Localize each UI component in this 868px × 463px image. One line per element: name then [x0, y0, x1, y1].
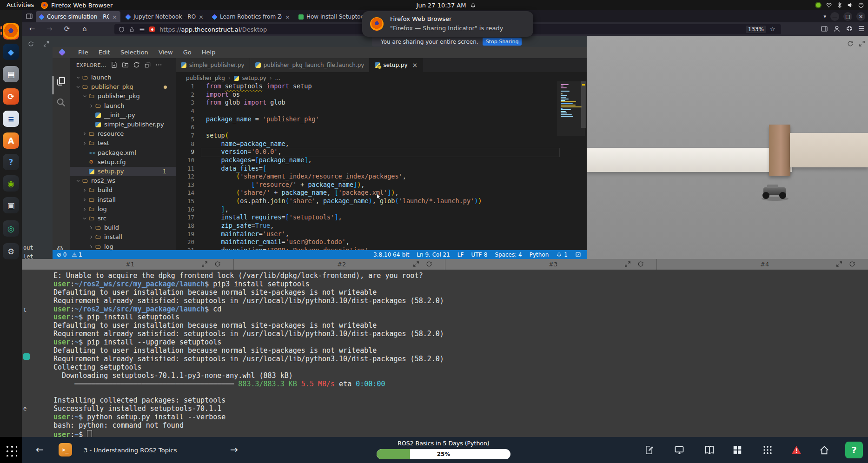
expand-icon[interactable] — [201, 261, 208, 267]
breadcrumb[interactable]: publisher_pkg›setup.py›... — [186, 73, 280, 83]
bookmark-star-icon[interactable]: ☆ — [770, 24, 776, 34]
reload-button[interactable]: ⟳ — [62, 24, 72, 33]
explorer-icon[interactable] — [56, 76, 66, 86]
sidebar-toggle-icon[interactable] — [821, 25, 828, 33]
indentation-indicator[interactable]: Spaces: 4 — [495, 251, 522, 258]
tree-item-publisher_pkg[interactable]: publisher_pkg — [70, 82, 176, 92]
pane-expand-icon[interactable] — [43, 41, 49, 47]
tree-item-setup.py[interactable]: setup.py1 — [70, 167, 176, 176]
python-version[interactable]: 3.8.10 64-bit — [373, 251, 409, 258]
search-icon[interactable] — [56, 97, 66, 107]
tree-item-build[interactable]: build — [70, 185, 176, 195]
forward-button[interactable]: → — [45, 24, 54, 33]
new-file-icon[interactable] — [111, 61, 118, 68]
desktop-icon[interactable] — [674, 445, 684, 455]
refresh-icon[interactable] — [214, 261, 221, 267]
home-icon[interactable] — [819, 445, 829, 455]
editor-scrollbar[interactable] — [581, 81, 586, 128]
terminal[interactable]: E: Unable to acquire the dpkg frontend l… — [22, 270, 868, 437]
tree-item-build[interactable]: build — [70, 223, 176, 232]
browser-tab[interactable]: Course simulation - ROS2× — [36, 11, 120, 22]
expand-icon[interactable] — [836, 261, 842, 267]
account-icon[interactable] — [833, 25, 841, 33]
browser-tab[interactable]: Learn Robotics from Zero× — [209, 11, 293, 22]
ports-indicator[interactable]: 1 — [556, 251, 568, 258]
dock-item-firefox[interactable] — [3, 23, 19, 40]
editor-tab[interactable]: setup.py× — [370, 58, 423, 72]
menu-file[interactable]: File — [73, 47, 93, 58]
breadcrumb-item[interactable]: ... — [275, 75, 280, 81]
tree-item-test[interactable]: test — [70, 139, 176, 148]
tab-close-icon[interactable]: × — [199, 13, 204, 20]
dock-item-files[interactable]: ▤ — [3, 66, 19, 82]
sim-refresh-icon[interactable] — [847, 40, 854, 47]
problems-summary[interactable]: ⊘ 0⚠ 1 — [57, 251, 82, 258]
home-button[interactable]: ⌂ — [80, 24, 89, 33]
refresh-explorer-icon[interactable] — [133, 61, 140, 68]
refresh-icon[interactable] — [637, 261, 644, 267]
tab-list-chevron-icon[interactable]: ▾ — [823, 13, 826, 20]
back-button[interactable]: ← — [27, 24, 37, 33]
expand-icon[interactable] — [624, 261, 631, 267]
terminal-tab-3[interactable]: #3 — [445, 259, 657, 270]
dock-item-libreoffice-writer[interactable]: ≡ — [3, 111, 19, 127]
breadcrumb-item[interactable]: setup.py — [242, 75, 266, 81]
dock-item-update-manager[interactable]: ⟳ — [3, 88, 19, 105]
tab-close-icon[interactable]: × — [285, 13, 290, 20]
alert-icon[interactable] — [791, 445, 802, 455]
close-button[interactable]: × — [856, 12, 865, 21]
notes-icon[interactable] — [644, 445, 654, 455]
dock-item-tweaks[interactable]: ⚙ — [3, 243, 19, 259]
zoom-level-badge[interactable]: 133% — [746, 26, 766, 33]
apps-icon[interactable] — [732, 445, 742, 455]
focused-app-indicator[interactable]: Firefox Web Browser — [41, 0, 113, 10]
notification-toast[interactable]: Firefox Web Browser "Firefox — Sharing I… — [362, 11, 533, 37]
encoding-indicator[interactable]: UTF-8 — [471, 251, 487, 258]
tree-item-ros2_ws[interactable]: ros2_ws — [70, 176, 176, 185]
menu-selection[interactable]: Selection — [115, 47, 153, 58]
more-actions-icon[interactable] — [155, 61, 162, 68]
terminal-tab-1[interactable]: #1 — [22, 259, 234, 270]
editor-area[interactable]: simple_publisher.pypublisher_pkg_launch_… — [176, 58, 587, 250]
book-icon[interactable] — [704, 445, 715, 455]
minimize-button[interactable]: — — [830, 12, 839, 21]
extensions-icon[interactable] — [846, 25, 853, 33]
menu-view[interactable]: View — [153, 47, 178, 58]
editor-tab[interactable]: simple_publisher.py — [176, 58, 250, 72]
prev-lesson-button[interactable]: ← — [36, 444, 44, 455]
dock-item-app-center[interactable]: A — [3, 132, 19, 149]
collapse-folders-icon[interactable] — [144, 61, 151, 68]
new-folder-icon[interactable] — [122, 61, 129, 68]
browser-tab[interactable]: Jupyter Notebook - ROS2× — [122, 11, 207, 22]
tree-item-publisher_pkg[interactable]: publisher_pkg — [70, 92, 176, 101]
tree-item-__init__.py[interactable]: __init__.py — [70, 111, 176, 120]
maximize-button[interactable]: □ — [843, 12, 852, 21]
tree-item-src[interactable]: src — [70, 214, 176, 223]
pane-refresh-icon[interactable] — [28, 41, 34, 47]
dock-item-screenshot-tool[interactable]: ▣ — [3, 197, 19, 213]
refresh-icon[interactable] — [426, 261, 432, 267]
terminal-tab-2[interactable]: #2 — [233, 259, 445, 270]
minimap[interactable] — [560, 82, 582, 143]
tab-close-icon[interactable]: × — [412, 61, 418, 69]
errors-count[interactable]: ⊘ 0 — [57, 251, 67, 258]
menu-help[interactable]: Help — [197, 47, 221, 58]
tree-item-simple_publisher.py[interactable]: simple_publisher.py — [70, 120, 176, 129]
menu-edit[interactable]: Edit — [93, 47, 115, 58]
ros-icon[interactable] — [762, 445, 773, 455]
tree-item-install[interactable]: install — [70, 232, 176, 242]
help-button[interactable]: ? — [845, 442, 863, 458]
gazebo-sim-viewport[interactable] — [587, 36, 868, 259]
expand-icon[interactable] — [413, 261, 419, 267]
tree-item-install[interactable]: install — [70, 195, 176, 205]
eol-indicator[interactable]: LF — [457, 251, 464, 258]
tree-item-launch[interactable]: launch — [70, 73, 176, 82]
menu-go[interactable]: Go — [178, 47, 197, 58]
permissions-icon[interactable] — [139, 26, 145, 33]
code-content[interactable]: from setuptools import setupimport osfro… — [206, 82, 559, 250]
activities-button[interactable]: Activities — [7, 0, 34, 10]
dock-item-construct-app[interactable]: ◆ — [3, 44, 19, 60]
firefox-view-button[interactable] — [26, 13, 33, 20]
tree-item-log[interactable]: log — [70, 242, 176, 250]
dock-item-nvidia-settings[interactable]: ◉ — [3, 175, 19, 192]
